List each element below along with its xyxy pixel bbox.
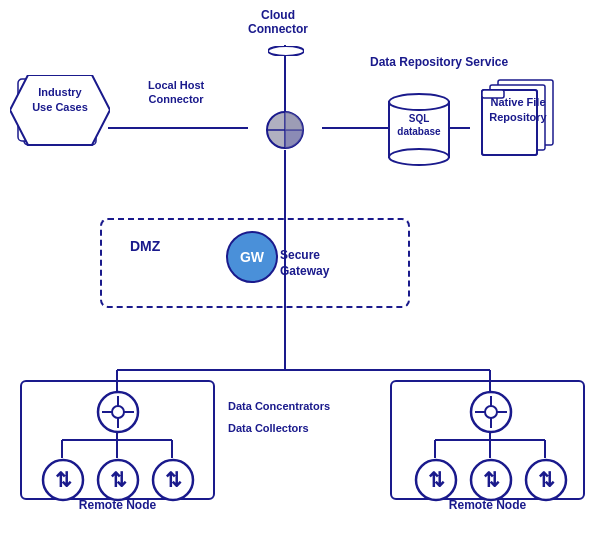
- industry-use-cases-label: Industry Use Cases: [10, 85, 110, 116]
- remote-node-right-label: Remote Node: [390, 498, 585, 512]
- svg-point-27: [389, 94, 449, 110]
- dmz-label: DMZ: [130, 238, 160, 254]
- svg-point-38: [112, 406, 124, 418]
- svg-text:⇅: ⇅: [483, 469, 500, 491]
- svg-text:⇅: ⇅: [110, 469, 127, 491]
- svg-text:GW: GW: [240, 249, 265, 265]
- svg-text:⇅: ⇅: [55, 469, 72, 491]
- svg-point-19: [268, 46, 304, 56]
- right-concentrator-icon: [469, 390, 513, 438]
- native-file-repository-shape: Native File Repository: [468, 75, 588, 179]
- gw-circle: GW: [225, 230, 280, 289]
- native-file-repository-label: Native File Repository: [468, 95, 568, 126]
- svg-text:⇅: ⇅: [165, 469, 182, 491]
- remote-node-left-label: Remote Node: [20, 498, 215, 512]
- svg-text:⇅: ⇅: [428, 469, 445, 491]
- data-repository-service-label: Data Repository Service: [370, 55, 508, 69]
- dc-labels: Data Concentrators Data Collectors: [228, 395, 330, 439]
- data-collectors-label: Data Collectors: [228, 417, 330, 439]
- sql-database-label: SQL database: [385, 112, 453, 138]
- cloud-connector-label: Cloud Connector: [248, 8, 308, 36]
- secure-gateway-label: Secure Gateway: [280, 248, 329, 279]
- svg-point-43: [485, 406, 497, 418]
- svg-text:⇅: ⇅: [538, 469, 555, 491]
- industry-use-cases-shape: Industry Use Cases: [10, 75, 110, 169]
- sql-database-icon: SQL database: [385, 90, 453, 174]
- hub-connector: [248, 110, 322, 150]
- left-concentrator-icon: [96, 390, 140, 438]
- cloud-connector-icon: [268, 42, 304, 60]
- architecture-diagram: Cloud Connector Industry Use Cases Local…: [0, 0, 613, 543]
- data-concentrators-label: Data Concentrators: [228, 395, 330, 417]
- svg-point-28: [389, 149, 449, 165]
- local-host-connector-label: Local Host Connector: [148, 78, 204, 107]
